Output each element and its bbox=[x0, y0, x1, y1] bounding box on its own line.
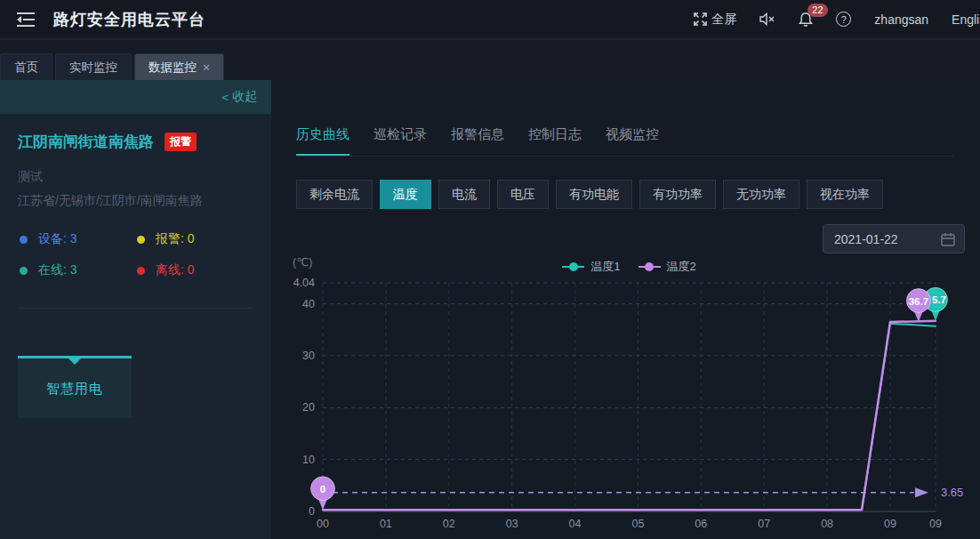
series-line-温度2 bbox=[323, 321, 936, 510]
stat-2: 在线: 3 bbox=[20, 262, 137, 278]
history-tab-0[interactable]: 历史曲线 bbox=[296, 126, 349, 156]
x-tick-label: 09 bbox=[929, 518, 942, 530]
triangle-down-icon bbox=[68, 358, 81, 371]
history-tab-1[interactable]: 巡检记录 bbox=[374, 126, 427, 156]
x-tick-label: 08 bbox=[821, 518, 833, 530]
stat-dot-icon bbox=[137, 236, 145, 244]
stat-3: 离线: 0 bbox=[137, 262, 254, 278]
metric-button-6[interactable]: 无功功率 bbox=[723, 180, 799, 209]
y-tick-label: 10 bbox=[302, 454, 315, 466]
notifications-button[interactable]: 22 bbox=[799, 12, 813, 27]
stat-text: 在线: 3 bbox=[38, 262, 77, 278]
metric-button-7[interactable]: 视在功率 bbox=[807, 180, 883, 209]
marker-pin-label: 36.7 bbox=[909, 296, 928, 307]
y-tick-label: 4.04 bbox=[293, 277, 315, 289]
x-tick-label: 04 bbox=[569, 518, 582, 530]
stat-dot-icon bbox=[20, 267, 28, 275]
station-sidebar: < 收起 江阴南闸街道南焦路 报警 测试 江苏省/无锡市/江阴市/南闸南焦路 设… bbox=[0, 80, 271, 539]
x-tick-label: 09 bbox=[884, 518, 896, 530]
window-tab-label: 实时监控 bbox=[69, 60, 117, 76]
mute-button[interactable] bbox=[759, 12, 775, 26]
alarm-badge: 报警 bbox=[165, 133, 197, 151]
history-tab-4[interactable]: 视频监控 bbox=[606, 126, 659, 156]
x-tick-label: 07 bbox=[758, 518, 770, 530]
window-tabbar: 首页实时监控数据监控× bbox=[0, 42, 980, 80]
date-value: 2021-01-22 bbox=[834, 232, 941, 246]
markline-label: 3.65 bbox=[941, 486, 963, 499]
y-axis-unit: (℃) bbox=[293, 256, 312, 269]
smart-power-label: 智慧用电 bbox=[18, 381, 132, 398]
metric-button-0[interactable]: 剩余电流 bbox=[296, 180, 373, 209]
chevron-left-icon: < bbox=[221, 91, 229, 104]
date-picker[interactable]: 2021-01-22 bbox=[823, 224, 965, 253]
x-tick-label: 02 bbox=[443, 518, 455, 530]
stat-text: 设备: 3 bbox=[38, 231, 77, 247]
series-line-温度1 bbox=[323, 324, 936, 510]
sidebar-divider bbox=[18, 308, 253, 309]
metric-button-3[interactable]: 电压 bbox=[497, 180, 549, 209]
stat-0: 设备: 3 bbox=[20, 231, 137, 247]
metric-button-5[interactable]: 有功功率 bbox=[639, 180, 716, 209]
stat-text: 离线: 0 bbox=[156, 262, 195, 278]
marker-pin-label: 5.7 bbox=[932, 294, 946, 305]
calendar-icon bbox=[941, 232, 955, 246]
username-menu[interactable]: zhangsan bbox=[874, 12, 928, 27]
sidebar-collapse-button[interactable]: < 收起 bbox=[0, 80, 271, 114]
stat-dot-icon bbox=[137, 267, 145, 275]
metric-button-2[interactable]: 电流 bbox=[438, 180, 490, 209]
history-chart[interactable]: (℃)0102030404.0400010203040506070809093.… bbox=[271, 253, 980, 539]
station-subtitle: 测试 bbox=[18, 169, 43, 185]
stat-dot-icon bbox=[20, 236, 28, 244]
smart-power-card[interactable]: 智慧用电 bbox=[18, 356, 132, 418]
speaker-muted-icon bbox=[759, 12, 775, 26]
window-tab-0[interactable]: 首页 bbox=[0, 53, 52, 80]
window-tab-label: 首页 bbox=[14, 60, 38, 76]
language-switch[interactable]: English bbox=[952, 12, 980, 27]
station-address: 江苏省/无锡市/江阴市/南闸南焦路 bbox=[18, 193, 203, 209]
history-tabs: 历史曲线巡检记录报警信息控制日志视频监控 bbox=[296, 126, 953, 157]
metric-button-1[interactable]: 温度 bbox=[380, 180, 431, 209]
help-icon: ? bbox=[836, 12, 851, 27]
stat-text: 报警: 0 bbox=[156, 231, 195, 247]
tab-close-icon[interactable]: × bbox=[203, 60, 210, 75]
history-tab-3[interactable]: 控制日志 bbox=[528, 126, 582, 156]
history-tab-2[interactable]: 报警信息 bbox=[451, 126, 504, 156]
station-stats: 设备: 3报警: 0在线: 3离线: 0 bbox=[20, 231, 254, 278]
menu-collapse-icon[interactable] bbox=[14, 8, 37, 31]
marker-pin-label: 0 bbox=[320, 484, 325, 495]
window-tab-1[interactable]: 实时监控 bbox=[55, 53, 132, 80]
y-tick-label: 40 bbox=[302, 298, 315, 310]
app-title: 路灯安全用电云平台 bbox=[53, 9, 205, 30]
y-tick-label: 0 bbox=[309, 505, 315, 518]
x-tick-label: 00 bbox=[317, 518, 329, 530]
x-tick-label: 03 bbox=[506, 518, 518, 530]
window-tab-2[interactable]: 数据监控× bbox=[134, 53, 224, 80]
stat-1: 报警: 0 bbox=[137, 231, 254, 247]
app-header: 路灯安全用电云平台 全屏 22 bbox=[0, 0, 980, 40]
fullscreen-button[interactable]: 全屏 bbox=[694, 12, 736, 28]
notification-count-badge: 22 bbox=[807, 4, 827, 17]
x-tick-label: 01 bbox=[380, 518, 392, 530]
station-name: 江阴南闸街道南焦路 bbox=[18, 132, 154, 152]
x-tick-label: 05 bbox=[631, 518, 644, 530]
help-button[interactable]: ? bbox=[836, 12, 851, 27]
y-tick-label: 30 bbox=[302, 350, 315, 362]
metric-button-4[interactable]: 有功电能 bbox=[556, 180, 632, 209]
window-tab-label: 数据监控 bbox=[149, 60, 197, 76]
main-panel: 历史曲线巡检记录报警信息控制日志视频监控 剩余电流温度电流电压有功电能有功功率无… bbox=[271, 80, 980, 539]
fullscreen-icon bbox=[694, 12, 707, 26]
metric-buttons: 剩余电流温度电流电压有功电能有功功率无功功率视在功率 bbox=[296, 180, 883, 209]
y-tick-label: 20 bbox=[302, 401, 315, 414]
x-tick-label: 06 bbox=[695, 518, 707, 530]
